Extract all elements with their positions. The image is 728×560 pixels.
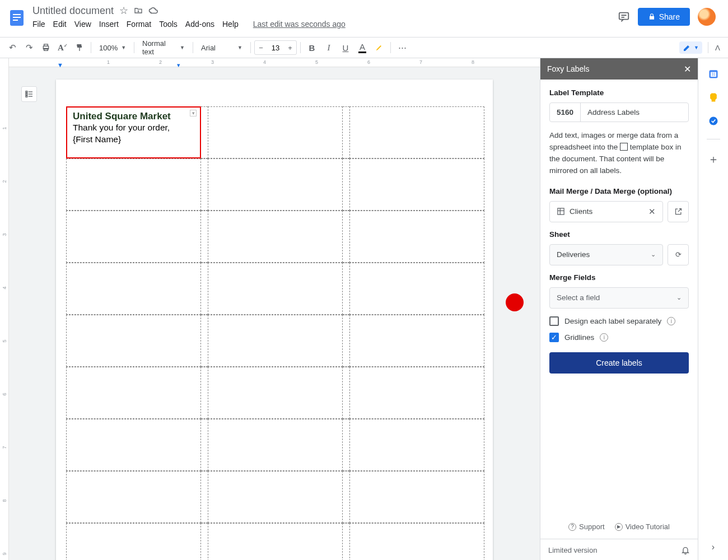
undo-icon[interactable]: ↶ xyxy=(4,40,20,55)
keep-icon[interactable] xyxy=(708,92,719,103)
tasks-icon[interactable] xyxy=(708,115,719,127)
redo-icon[interactable]: ↷ xyxy=(21,40,37,55)
hide-rail-icon[interactable]: › xyxy=(712,542,715,552)
highlight-icon[interactable] xyxy=(371,40,387,55)
label-cell[interactable] xyxy=(349,419,484,471)
label-cell[interactable] xyxy=(66,158,201,211)
label-cell[interactable] xyxy=(208,367,343,419)
label-cell[interactable] xyxy=(349,367,484,419)
document-page[interactable]: ▾United Square MarketThank you for your … xyxy=(56,80,493,560)
label-cell[interactable]: ▾United Square MarketThank you for your … xyxy=(66,106,201,158)
editing-mode[interactable]: ▼ xyxy=(679,41,702,54)
doc-title[interactable]: Untitled document xyxy=(32,5,114,17)
menu-view[interactable]: View xyxy=(74,20,91,29)
label-cell[interactable] xyxy=(349,263,484,315)
label-cell[interactable] xyxy=(208,315,343,367)
design-separately-checkbox[interactable]: Design each label separately i xyxy=(549,316,689,326)
svg-rect-9 xyxy=(26,94,27,95)
close-icon[interactable]: ✕ xyxy=(684,64,691,74)
menu-file[interactable]: File xyxy=(32,20,45,29)
last-edit-link[interactable]: Last edit was seconds ago xyxy=(253,20,346,29)
cell-menu-icon[interactable]: ▾ xyxy=(190,110,197,116)
video-tutorial-link[interactable]: ▶ Video Tutorial xyxy=(615,522,670,531)
help-icon: ? xyxy=(568,523,576,531)
underline-icon[interactable]: U xyxy=(338,40,353,55)
menu-format[interactable]: Format xyxy=(127,20,151,29)
label-cell[interactable] xyxy=(208,263,343,315)
menu-edit[interactable]: Edit xyxy=(53,20,67,29)
label-cell[interactable] xyxy=(66,263,201,315)
user-avatar[interactable] xyxy=(698,8,716,26)
font-size-input[interactable] xyxy=(267,44,284,52)
menu-insert[interactable]: Insert xyxy=(99,20,119,29)
label-cell[interactable] xyxy=(66,523,201,560)
sheet-select[interactable]: Deliveries ⌄ xyxy=(549,244,663,265)
font-size-plus[interactable]: + xyxy=(284,44,296,52)
share-button[interactable]: Share xyxy=(638,8,690,26)
label-cell[interactable] xyxy=(349,106,484,158)
svg-text:31: 31 xyxy=(711,72,716,76)
svg-rect-2 xyxy=(13,17,21,18)
svg-rect-3 xyxy=(13,20,18,21)
star-icon[interactable]: ☆ xyxy=(119,4,128,17)
label-cell[interactable] xyxy=(208,106,343,158)
italic-icon[interactable]: I xyxy=(321,40,337,55)
paint-format-icon[interactable] xyxy=(72,40,87,55)
svg-rect-8 xyxy=(26,91,27,93)
label-cell[interactable] xyxy=(66,419,201,471)
label-cell[interactable] xyxy=(349,523,484,560)
label-cell[interactable] xyxy=(66,315,201,367)
label-title: United Square Market xyxy=(73,111,194,122)
label-body: Thank you for your order,{First Name} xyxy=(73,122,194,146)
label-cell[interactable] xyxy=(208,419,343,471)
calendar-icon[interactable]: 31 xyxy=(708,68,719,80)
label-cell[interactable] xyxy=(208,471,343,523)
label-cell[interactable] xyxy=(208,523,343,560)
label-cell[interactable] xyxy=(349,315,484,367)
annotation-marker xyxy=(506,293,524,311)
menu-tools[interactable]: Tools xyxy=(159,20,178,29)
open-source-icon[interactable] xyxy=(668,201,689,222)
template-selector[interactable]: 5160 Address Labels xyxy=(549,102,689,122)
font-size-minus[interactable]: − xyxy=(255,44,267,52)
style-select[interactable]: Normal text▼ xyxy=(138,40,189,55)
bell-icon[interactable] xyxy=(681,546,690,555)
share-label: Share xyxy=(659,12,680,21)
add-addon-icon[interactable]: ＋ xyxy=(708,152,719,167)
support-link[interactable]: ? Support xyxy=(568,522,605,531)
gridlines-checkbox[interactable]: ✓ Gridlines i xyxy=(549,333,689,342)
menu-help[interactable]: Help xyxy=(222,20,239,29)
move-icon[interactable] xyxy=(134,6,143,15)
merge-field-select[interactable]: Select a field ⌄ xyxy=(549,287,689,309)
label-cell[interactable] xyxy=(208,158,343,211)
label-cell[interactable] xyxy=(349,211,484,263)
data-source-select[interactable]: Clients ✕ xyxy=(549,201,663,222)
more-tools-icon[interactable]: ⋯ xyxy=(394,40,410,55)
clear-source-icon[interactable]: ✕ xyxy=(648,207,656,217)
label-cell[interactable] xyxy=(66,471,201,523)
label-cell[interactable] xyxy=(66,211,201,263)
ruler-horizontal: ▼ 1 2 ▾ 3 4 5 6 7 8 xyxy=(9,58,540,67)
info-icon[interactable]: i xyxy=(667,317,675,325)
label-cell[interactable] xyxy=(66,367,201,419)
cloud-status-icon[interactable] xyxy=(148,6,158,16)
svg-rect-10 xyxy=(26,96,27,97)
label-cell[interactable] xyxy=(208,211,343,263)
print-icon[interactable] xyxy=(38,40,54,55)
text-color-icon[interactable]: A xyxy=(354,40,370,55)
spellcheck-icon[interactable]: A✓ xyxy=(55,40,71,55)
info-icon[interactable]: i xyxy=(600,333,608,342)
create-labels-button[interactable]: Create labels xyxy=(549,352,689,374)
docs-logo[interactable] xyxy=(7,4,27,31)
zoom-select[interactable]: 100%▼ xyxy=(95,40,130,55)
font-size-stepper[interactable]: − + xyxy=(254,40,297,55)
label-cell[interactable] xyxy=(349,471,484,523)
outline-toggle-icon[interactable] xyxy=(21,86,37,102)
label-cell[interactable] xyxy=(349,158,484,211)
collapse-sidebar-icon[interactable]: ᐱ xyxy=(715,44,720,52)
menu-addons[interactable]: Add-ons xyxy=(185,20,214,29)
font-select[interactable]: Arial▼ xyxy=(197,40,247,55)
bold-icon[interactable]: B xyxy=(304,40,320,55)
comments-icon[interactable] xyxy=(618,11,630,23)
refresh-sheet-icon[interactable]: ⟳ xyxy=(668,244,689,265)
